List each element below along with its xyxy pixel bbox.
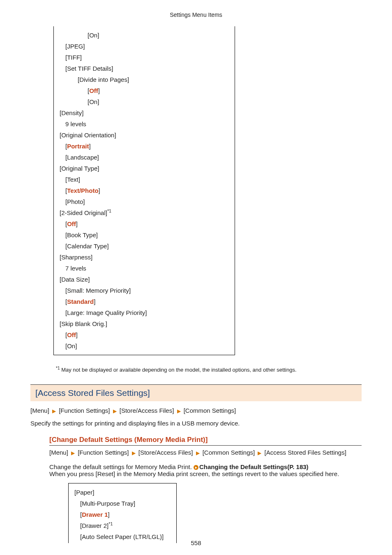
chevron-right-icon: ▶ <box>256 450 263 456</box>
chevron-right-icon: ▶ <box>112 408 118 414</box>
setting-line: [Photo] <box>60 196 229 207</box>
setting-line: [Divide into Pages] <box>60 74 229 85</box>
setting-line: [On] <box>60 96 229 107</box>
page-number: 558 <box>0 539 392 546</box>
setting-line: [Drawer 2]*1 <box>74 520 171 531</box>
setting-line: [Landscape] <box>60 152 229 163</box>
breadcrumb-item: [Function Settings] <box>59 407 110 414</box>
section-header: [Access Stored Files Settings] <box>30 384 362 401</box>
breadcrumb-2: [Menu] ▶ [Function Settings] ▶ [Store/Ac… <box>49 449 362 456</box>
setting-line: [On] <box>60 340 229 352</box>
setting-line: [Paper] <box>74 487 171 498</box>
breadcrumb-item: [Menu] <box>49 449 68 456</box>
sub-para-post: When you press [Reset] in the Memory Med… <box>49 470 339 477</box>
setting-line: [Sharpness] <box>60 252 229 263</box>
breadcrumb-item: [Store/Access Files] <box>120 407 174 414</box>
breadcrumb-item: [Common Settings] <box>184 407 236 414</box>
setting-line: [Skip Blank Orig.] <box>60 318 229 329</box>
sub-para-link[interactable]: Changing the Default Settings(P. 183) <box>199 463 309 470</box>
setting-line: [Drawer 1] <box>74 509 171 520</box>
breadcrumb-item: [Common Settings] <box>203 449 255 456</box>
setting-line: [TIFF] <box>60 52 229 63</box>
page-header: Settings Menu Items <box>30 12 362 18</box>
breadcrumb-item: [Function Settings] <box>78 449 129 456</box>
setting-line: [Off] <box>60 85 229 96</box>
setting-line: [Text/Photo] <box>60 185 229 196</box>
setting-line: 7 levels <box>60 263 229 274</box>
setting-line: [Large: Image Quality Priority] <box>60 307 229 318</box>
sub-section-title: [Change Default Settings (Memory Media P… <box>49 436 362 444</box>
setting-line: [Set TIFF Details] <box>60 63 229 74</box>
setting-line: [Original Type] <box>60 163 229 174</box>
breadcrumb-item: [Store/Access Files] <box>138 449 193 456</box>
sub-section-divider <box>49 445 362 446</box>
setting-line: [Off] <box>60 218 229 229</box>
footnote-marker: *1 <box>56 366 60 370</box>
setting-line: 9 levels <box>60 118 229 130</box>
description-1: Specify the settings for printing and di… <box>30 420 362 427</box>
settings-box-top: [On][JPEG][TIFF][Set TIFF Details][Divid… <box>53 26 235 355</box>
footnote-text: May not be displayed or available depend… <box>60 367 297 373</box>
chevron-right-icon: ▶ <box>195 450 201 456</box>
sub-para-pre: Change the default settings for Memory M… <box>49 463 194 470</box>
breadcrumb-item: [Access Stored Files Settings] <box>265 449 346 456</box>
setting-line: [JPEG] <box>60 41 229 52</box>
setting-line: [Calendar Type] <box>60 240 229 252</box>
setting-line: [Original Orientation] <box>60 130 229 141</box>
setting-line: [Portrait] <box>60 141 229 152</box>
setting-line: [Text] <box>60 174 229 185</box>
setting-line: [Multi-Purpose Tray] <box>74 498 171 509</box>
chevron-right-icon: ▶ <box>176 408 182 414</box>
breadcrumb-item: [Menu] <box>30 407 49 414</box>
setting-line: [Standard] <box>60 296 229 307</box>
link-bullet-icon: ▸ <box>194 465 198 470</box>
chevron-right-icon: ▶ <box>70 450 76 456</box>
setting-line: [Off] <box>60 329 229 340</box>
setting-line: [Data Size] <box>60 274 229 285</box>
setting-line: [Small: Memory Priority] <box>60 285 229 296</box>
chevron-right-icon: ▶ <box>131 450 137 456</box>
setting-line: [On] <box>60 30 229 41</box>
breadcrumb-1: [Menu] ▶ [Function Settings] ▶ [Store/Ac… <box>30 407 362 414</box>
chevron-right-icon: ▶ <box>51 408 57 414</box>
sub-paragraph: Change the default settings for Memory M… <box>49 463 362 477</box>
setting-line: [2-Sided Original]*1 <box>60 207 229 218</box>
setting-line: [Book Type] <box>60 229 229 240</box>
setting-line: [Density] <box>60 107 229 118</box>
settings-box-bottom: [Paper][Multi-Purpose Tray][Drawer 1][Dr… <box>68 483 177 543</box>
footnote: *1 May not be displayed or available dep… <box>56 367 362 373</box>
